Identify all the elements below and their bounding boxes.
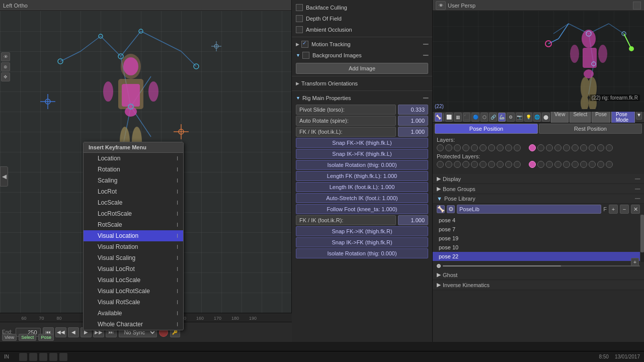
menu-item-whole-character[interactable]: Whole Character I [84, 319, 183, 330]
player-8[interactable] [497, 161, 504, 168]
status-icon-2[interactable] [29, 353, 37, 361]
pose-library-section-header[interactable]: ▼ Pose Library ━━ [433, 194, 644, 204]
pose-list-add-btn[interactable]: + [631, 258, 639, 266]
auto-stretch-ik-btn[interactable]: Auto-Stretch IK (foot.i: 1.000) [296, 193, 428, 203]
backface-culling-checkbox[interactable] [296, 4, 303, 11]
view-menu-btn[interactable]: View [2, 334, 17, 341]
player-14[interactable] [554, 161, 561, 168]
background-images-row[interactable]: ▼ Background Images ━━ [292, 50, 432, 61]
pose-item-22[interactable]: pose 22 [433, 252, 644, 261]
left-viewport-canvas[interactable]: ◀ 👁 ⊕ ✥ Insert Keyframe Menu Location I … [0, 11, 291, 342]
snap-fk-ik-right-btn[interactable]: Snap FK->IK (thigh.fk.R) [296, 226, 428, 236]
rig-main-props-row[interactable]: ▼ Rig Main Properties ━━ [292, 93, 432, 104]
menu-item-locscale[interactable]: LocScale I [84, 197, 183, 208]
ambient-occlusion-checkbox[interactable] [296, 26, 303, 33]
layer-14[interactable] [554, 144, 561, 151]
menu-item-visual-rotation[interactable]: Visual Rotation I [84, 241, 183, 252]
add-image-button[interactable]: Add Image [296, 63, 428, 74]
tb-icon-12[interactable]: ⬤ [542, 113, 549, 122]
layer-3[interactable] [454, 144, 461, 151]
viewport-shading-btn[interactable]: 👁 [436, 1, 446, 10]
backface-culling-row[interactable]: Backface Culling [292, 2, 432, 13]
pose-item-19[interactable]: pose 19 [433, 234, 644, 243]
poselib-add-btn[interactable]: + [609, 205, 618, 214]
poselib-icon[interactable]: 🦴 [437, 205, 445, 213]
snap-fk-ik-left-btn[interactable]: Snap FK->IK (thigh.fk.L) [296, 138, 428, 148]
player-13[interactable] [546, 161, 553, 168]
length-ik-left-btn[interactable]: Length IK (foot.ik.L): 1.000 [296, 182, 428, 192]
player-6[interactable] [479, 161, 487, 168]
poselib-remove-btn[interactable]: − [620, 205, 629, 214]
pose-list-scrollbar-thumb[interactable] [640, 215, 644, 252]
menu-item-visual-location[interactable]: Visual Location I [84, 230, 183, 241]
player-1[interactable] [437, 161, 444, 168]
menu-item-rotation[interactable]: Rotation I [84, 164, 183, 175]
rest-position-tab[interactable]: Rest Position [539, 124, 642, 134]
layer-5[interactable] [471, 144, 478, 151]
layer-10[interactable] [514, 144, 521, 151]
pose-menu-right[interactable]: Pose [592, 111, 610, 124]
menu-item-visual-locrotscale[interactable]: Visual LocRotScale I [84, 286, 183, 297]
right-viewport-canvas[interactable]: (22) (22) rig: forearm.fk.R [433, 11, 644, 112]
pose-item-10[interactable]: pose 10 [433, 243, 644, 252]
tb-icon-5[interactable]: ⬡ [480, 113, 488, 122]
poselib-close-btn[interactable]: ✕ [631, 205, 640, 214]
pose-list-scrollbar[interactable] [640, 215, 644, 262]
player-11[interactable] [529, 161, 536, 168]
poselib-name[interactable]: PoseLib [457, 205, 601, 214]
tb-icon-2[interactable]: ▦ [454, 113, 461, 122]
select-menu-right[interactable]: Select [570, 111, 591, 124]
auto-rotate-value[interactable]: 1.000 [398, 116, 428, 126]
display-section-header[interactable]: ▶ Display ━━ [433, 174, 644, 184]
nav-left-button[interactable]: ◀ [0, 166, 8, 187]
pose-mode-label[interactable]: Pose Mode [611, 111, 635, 124]
player-19[interactable] [597, 161, 604, 168]
motion-tracking-row[interactable]: ▶ Motion Tracking ━━ [292, 39, 432, 50]
pivot-slide-value[interactable]: 0.333 [398, 105, 428, 115]
layer-8[interactable] [497, 144, 504, 151]
tb-icon-10[interactable]: 💡 [524, 113, 532, 122]
player-3[interactable] [454, 161, 461, 168]
layer-11[interactable] [529, 144, 536, 151]
menu-item-locrotscale[interactable]: LocRotScale I [84, 208, 183, 219]
poselib-icon2[interactable]: ⚙ [447, 205, 455, 213]
bone-groups-section-header[interactable]: ▶ Bone Groups ━━ [433, 184, 644, 194]
view-menu-right[interactable]: View [551, 111, 569, 124]
tb-icon-11[interactable]: 🌐 [533, 113, 541, 122]
player-10[interactable] [514, 161, 521, 168]
menu-item-scaling[interactable]: Scaling I [84, 175, 183, 186]
player-16[interactable] [572, 161, 579, 168]
tb-icon-9[interactable]: 📷 [516, 113, 523, 122]
isolate-rotation-left-btn[interactable]: Isolate Rotation (thig: 0.000) [296, 160, 428, 170]
play-prev-btn[interactable]: ◀ [68, 327, 79, 337]
player-5[interactable] [471, 161, 478, 168]
select-menu-btn[interactable]: Select [19, 334, 36, 341]
player-17[interactable] [580, 161, 587, 168]
menu-item-locrot[interactable]: LocRot I [84, 186, 183, 197]
layer-13[interactable] [546, 144, 553, 151]
status-icon-4[interactable] [49, 353, 57, 361]
tb-icon-3[interactable]: ⬛ [463, 113, 470, 122]
ambient-occlusion-row[interactable]: Ambient Occlusion [292, 24, 432, 35]
layer-4[interactable] [462, 144, 469, 151]
layer-19[interactable] [597, 144, 604, 151]
right-vp-corner-btn[interactable] [633, 2, 641, 10]
tb-icon-4[interactable]: 🔵 [471, 113, 479, 122]
layer-12[interactable] [537, 144, 544, 151]
menu-item-location[interactable]: Location I [84, 153, 183, 164]
layer-9[interactable] [505, 144, 512, 151]
player-2[interactable] [445, 161, 452, 168]
pose-mode-icon[interactable]: 🦴 [435, 113, 442, 122]
length-fk-left-btn[interactable]: Length FK (thigh.fk.L): 1.000 [296, 171, 428, 181]
player-7[interactable] [488, 161, 495, 168]
layer-15[interactable] [563, 144, 570, 151]
player-18[interactable] [589, 161, 596, 168]
player-12[interactable] [537, 161, 544, 168]
status-icon-1[interactable] [19, 353, 27, 361]
play-back-btn[interactable]: ◀◀ [55, 327, 66, 337]
menu-item-rotscale[interactable]: RotScale I [84, 219, 183, 230]
follow-foot-btn[interactable]: Follow Foot (knee_ta: 1.000) [296, 204, 428, 214]
transform-orientations-row[interactable]: ▶ Transform Orientations [292, 78, 432, 89]
snap-ik-fk-right-btn[interactable]: Snap IK->FK (thigh.fk.R) [296, 237, 428, 247]
pose-menu-btn[interactable]: Pose [38, 334, 54, 341]
